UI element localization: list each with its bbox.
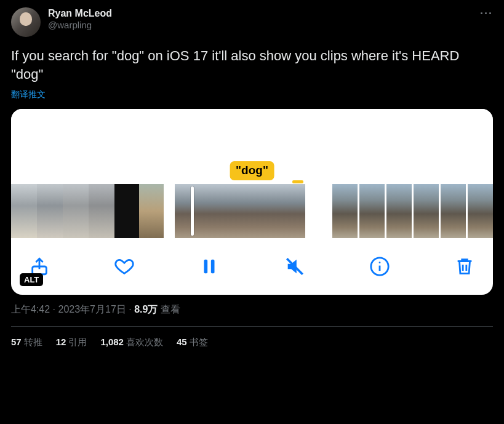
retweets-stat[interactable]: 57转推 [11, 337, 42, 348]
divider [11, 326, 493, 327]
svg-rect-1 [204, 260, 208, 274]
alt-badge[interactable]: ALT [20, 273, 43, 286]
tag-indicator [292, 180, 303, 183]
bookmarks-stat[interactable]: 45书签 [177, 337, 208, 348]
post-time[interactable]: 上午4:42 [11, 304, 50, 314]
engagement-stats: 57转推 12引用 1,082喜欢次数 45书签 [11, 337, 493, 348]
trash-icon[interactable] [451, 253, 478, 280]
video-frame [332, 184, 358, 238]
views-label: 查看 [158, 304, 180, 314]
video-frame [240, 184, 273, 238]
video-frame [273, 184, 305, 238]
views-count: 8.9万 [134, 304, 158, 314]
media-whitespace: "dog" [11, 109, 493, 184]
info-icon[interactable] [366, 253, 393, 280]
playhead[interactable] [191, 186, 194, 236]
author-identity[interactable]: Ryan McLeod @warpling [48, 7, 112, 31]
video-frame [114, 184, 139, 238]
clip-group-2[interactable] [175, 184, 305, 238]
video-frame [207, 184, 240, 238]
video-frame [11, 184, 37, 238]
more-icon[interactable]: ··· [480, 7, 493, 20]
video-frame [37, 184, 63, 238]
search-match-tag: "dog" [230, 161, 274, 180]
translate-link[interactable]: 翻译推文 [11, 89, 493, 100]
video-frame [359, 184, 385, 238]
avatar[interactable] [11, 7, 41, 37]
author-handle: @warpling [48, 20, 112, 31]
svg-rect-2 [211, 260, 215, 274]
tweet-header: Ryan McLeod @warpling [11, 7, 493, 37]
svg-point-6 [378, 262, 380, 264]
tweet-meta: 上午4:42 · 2023年7月17日 · 8.9万 查看 [11, 303, 493, 316]
video-frame [441, 184, 466, 238]
quotes-stat[interactable]: 12引用 [56, 337, 87, 348]
heart-icon[interactable] [111, 253, 138, 280]
video-frame [386, 184, 412, 238]
video-frame [468, 184, 493, 238]
post-date[interactable]: 2023年7月17日 [58, 304, 126, 314]
clip-group-1[interactable] [11, 184, 164, 238]
video-filmstrip[interactable] [11, 184, 493, 241]
video-frame [63, 184, 89, 238]
pause-icon[interactable] [196, 253, 223, 280]
tweet-text: If you search for "dog" on iOS 17 it'll … [11, 47, 493, 83]
media-toolbar [11, 241, 493, 295]
video-frame [414, 184, 439, 238]
clip-group-3[interactable] [332, 184, 493, 238]
video-frame [89, 184, 114, 238]
media-attachment[interactable]: "dog" [11, 109, 493, 295]
video-frame [139, 184, 164, 238]
likes-stat[interactable]: 1,082喜欢次数 [100, 337, 163, 348]
tweet-container: Ryan McLeod @warpling ··· If you search … [0, 0, 504, 356]
mute-icon[interactable] [281, 253, 308, 280]
author-display-name: Ryan McLeod [48, 7, 112, 20]
